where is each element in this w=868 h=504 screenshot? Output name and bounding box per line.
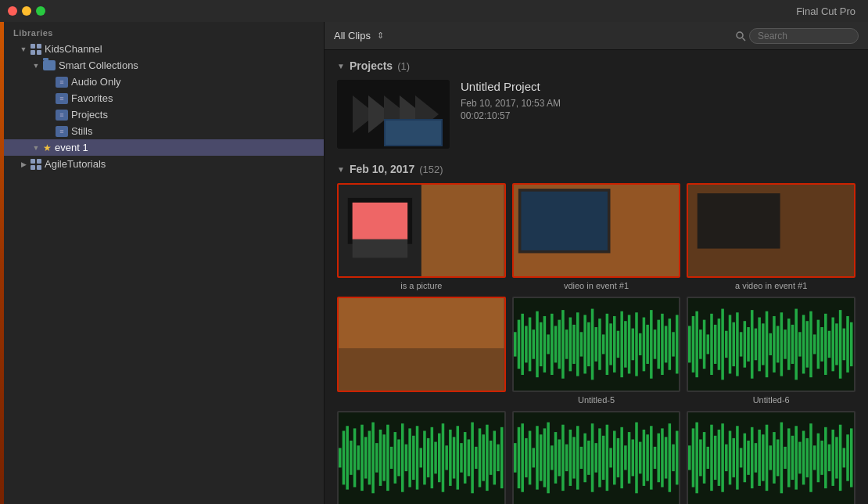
svg-rect-225	[751, 427, 754, 488]
clip-item[interactable]: Untitled-6	[687, 297, 855, 404]
feb-clips-section: ▼ Feb 10, 2017 (152)	[337, 163, 855, 504]
svg-rect-229	[766, 425, 769, 491]
svg-rect-143	[431, 427, 434, 488]
svg-rect-198	[642, 430, 645, 486]
sidebar-item-projects[interactable]: Projects	[4, 106, 324, 123]
clip-item[interactable]: Untitled-9	[687, 411, 855, 504]
svg-rect-150	[457, 427, 460, 490]
svg-rect-50	[594, 327, 597, 362]
clip-label: Untitled-5	[512, 395, 681, 405]
section-title: Feb 10, 2017	[350, 163, 414, 175]
search-input[interactable]	[749, 28, 859, 44]
svg-rect-77	[703, 320, 706, 369]
svg-rect-212	[703, 432, 706, 484]
svg-rect-158	[486, 425, 489, 491]
svg-rect-211	[699, 440, 702, 477]
svg-rect-31	[525, 326, 528, 363]
sidebar-item-event1[interactable]: ★ event 1	[4, 139, 324, 156]
svg-rect-228	[762, 435, 765, 481]
smart-filter-icon	[56, 126, 68, 137]
svg-rect-51	[598, 319, 601, 370]
svg-rect-181	[579, 447, 583, 469]
svg-rect-227	[759, 430, 762, 486]
svg-rect-179	[572, 437, 576, 479]
svg-point-0	[737, 32, 743, 38]
svg-rect-72	[676, 315, 679, 373]
svg-rect-224	[748, 441, 751, 475]
sidebar-item-label: AgileTutorials	[45, 158, 317, 170]
clip-item[interactable]: vdieo in event #1	[512, 183, 681, 290]
clip-thumbnail	[687, 297, 855, 391]
minimize-button[interactable]	[22, 6, 31, 16]
svg-rect-43	[569, 318, 572, 372]
svg-rect-85	[733, 322, 736, 366]
svg-rect-49	[590, 309, 594, 380]
sidebar-item-stills[interactable]: Stills	[4, 123, 324, 139]
svg-rect-236	[791, 436, 794, 480]
section-collapse-icon[interactable]: ▼	[337, 165, 345, 174]
svg-rect-109	[821, 327, 824, 362]
clip-item[interactable]: is a picture	[337, 183, 506, 290]
section-collapse-icon[interactable]: ▼	[337, 62, 345, 70]
sidebar-item-smart-collections[interactable]: Smart Collections	[4, 57, 324, 74]
svg-rect-33	[532, 329, 535, 359]
svg-rect-40	[558, 320, 561, 369]
svg-rect-151	[460, 444, 463, 473]
svg-rect-144	[434, 442, 437, 474]
svg-rect-37	[547, 334, 550, 354]
svg-rect-193	[624, 446, 627, 470]
svg-rect-200	[650, 427, 653, 490]
svg-rect-189	[609, 448, 612, 468]
svg-rect-82	[722, 309, 725, 380]
svg-rect-58	[624, 321, 627, 367]
clip-thumbnail	[512, 183, 681, 278]
clip-item[interactable]: a video in event #1	[687, 183, 855, 290]
svg-rect-105	[806, 321, 809, 367]
sidebar-item-favorites[interactable]: Favorites	[4, 90, 324, 106]
sidebar-item-audio-only[interactable]: Audio Only	[4, 74, 324, 90]
clip-item[interactable]: Untitled-8	[512, 411, 681, 504]
svg-rect-91	[755, 329, 758, 361]
svg-rect-115	[843, 329, 846, 361]
svg-rect-131	[386, 425, 389, 491]
svg-rect-192	[620, 427, 623, 488]
svg-rect-71	[672, 332, 675, 356]
svg-rect-86	[736, 312, 739, 376]
smart-filter-icon	[56, 77, 68, 88]
audio-waveform	[688, 412, 854, 504]
smart-filter-icon	[56, 93, 68, 104]
triangle-expand-icon	[32, 144, 40, 152]
svg-rect-24	[698, 193, 780, 249]
svg-rect-220	[733, 438, 736, 477]
audio-waveform	[514, 412, 680, 504]
svg-rect-142	[427, 438, 430, 477]
maximize-button[interactable]	[36, 6, 45, 16]
svg-rect-216	[718, 430, 721, 486]
clip-item[interactable]: Untitled-5	[512, 297, 681, 404]
svg-rect-129	[379, 430, 382, 486]
sidebar-item-label: Projects	[71, 109, 317, 121]
svg-rect-59	[627, 315, 630, 373]
sidebar-item-kidschannel[interactable]: KidsChannel	[4, 41, 324, 57]
svg-rect-136	[405, 445, 408, 471]
clip-item[interactable]	[337, 297, 506, 404]
sidebar-item-label: Favorites	[71, 92, 317, 104]
star-icon: ★	[43, 142, 52, 153]
project-name: Untitled Project	[461, 80, 855, 93]
section-count: (152)	[419, 164, 443, 175]
clip-item[interactable]: Untitled-7	[337, 411, 506, 504]
svg-rect-100	[787, 319, 791, 370]
svg-rect-184	[590, 423, 594, 492]
svg-rect-187	[602, 436, 605, 480]
clip-thumbnail	[512, 297, 681, 391]
sort-button[interactable]: ⇕	[377, 31, 384, 41]
project-item[interactable]: Untitled Project Feb 10, 2017, 10:53 AM …	[337, 80, 855, 149]
close-button[interactable]	[8, 6, 17, 16]
svg-rect-147	[445, 446, 448, 470]
svg-rect-251	[847, 435, 850, 481]
svg-rect-176	[561, 425, 565, 491]
svg-rect-65	[650, 310, 653, 379]
svg-rect-238	[798, 442, 802, 474]
svg-rect-75	[696, 311, 699, 377]
sidebar-item-agiletutorials[interactable]: AgileTutorials	[4, 156, 324, 172]
